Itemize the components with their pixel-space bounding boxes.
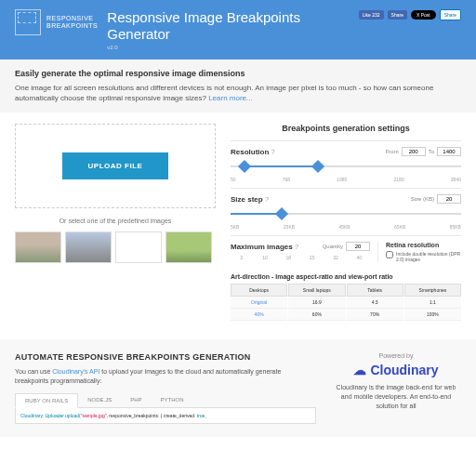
tab-php[interactable]: PHP: [121, 393, 151, 407]
maximages-setting: Maximum images? Quantity 31018253240 Ret…: [231, 235, 461, 268]
resolution-to-input[interactable]: [437, 147, 461, 156]
art-direction-title: Art-direction - Image aspect-ratio and v…: [231, 273, 461, 280]
resolution-ticks: 50768108021803840: [231, 177, 461, 182]
art-direction-table: Desktops Original 40% Small laptops 16:9…: [231, 284, 461, 321]
tab-nodejs[interactable]: NODE.JS: [78, 393, 121, 407]
predefined-image-2[interactable]: [65, 231, 112, 263]
sizestep-ticks: 5KB25KB45KB65KB85KB: [231, 224, 461, 230]
logo-icon: [15, 9, 41, 35]
resolution-label: Resolution: [231, 148, 269, 156]
main-content: UPLOAD FILE Or select one of the predefi…: [0, 112, 476, 332]
settings-panel: Breakpoints generation settings Resoluti…: [231, 124, 461, 321]
upload-panel: UPLOAD FILE Or select one of the predefi…: [15, 124, 216, 321]
predefined-thumbs: [15, 231, 216, 263]
help-icon[interactable]: ?: [265, 195, 269, 204]
x-post-button[interactable]: X Post: [411, 10, 436, 20]
code-block: Cloudinary::Uploader.upload("sample.jpg"…: [15, 408, 316, 424]
automate-section: AUTOMATE RESPONSIVE BREAKPOINTS GENERATI…: [0, 339, 476, 437]
predefined-image-1[interactable]: [15, 231, 61, 263]
fb-like-button[interactable]: Like 232: [359, 10, 384, 20]
resolution-from-input[interactable]: [402, 147, 426, 156]
header: RESPONSIVE BREAKPOINTS Responsive Image …: [0, 0, 476, 60]
predefined-label: Or select one of the predefined images: [15, 218, 216, 224]
tab-python[interactable]: PYTHON: [152, 393, 193, 407]
linkedin-share-button[interactable]: Share: [440, 9, 461, 20]
sizestep-slider[interactable]: [231, 207, 461, 220]
intro-text: One image for all screen resolutions and…: [15, 83, 461, 103]
version: v2.0: [107, 45, 349, 50]
maximages-ticks: 31018253240: [231, 255, 370, 260]
help-icon[interactable]: ?: [271, 148, 274, 156]
logo[interactable]: RESPONSIVE BREAKPOINTS: [15, 9, 98, 35]
upload-dropzone[interactable]: UPLOAD FILE: [15, 124, 216, 208]
retina-label: Include double resolution (DPR 2.0) imag…: [396, 251, 461, 262]
cloudinary-desc: Cloudinary is the image back-end for web…: [331, 383, 461, 410]
powered-by-label: Powered by: [331, 352, 461, 359]
resolution-slider[interactable]: [231, 160, 461, 173]
sizestep-label: Size step: [231, 195, 263, 204]
tab-ruby[interactable]: RUBY ON RAILS: [15, 393, 78, 408]
sizestep-input[interactable]: [437, 194, 461, 204]
automate-text: You can use Cloudinary's API to upload y…: [15, 367, 316, 386]
logo-text: RESPONSIVE BREAKPOINTS: [46, 15, 98, 29]
api-link[interactable]: Cloudinary's API: [52, 368, 99, 375]
resolution-setting: Resolution? From To 50768108021803840: [231, 140, 461, 188]
learn-more-link[interactable]: Learn more...: [208, 94, 253, 102]
fb-share-button[interactable]: Share: [388, 10, 407, 20]
maximages-label: Maximum images: [231, 243, 293, 251]
intro-section: Easily generate the optimal responsive i…: [0, 60, 476, 112]
help-icon[interactable]: ?: [295, 243, 298, 251]
title-block: Responsive Image Breakpoints Generator v…: [107, 9, 349, 50]
upload-button[interactable]: UPLOAD FILE: [62, 152, 169, 179]
maximages-input[interactable]: [346, 242, 370, 251]
retina-title: Retina resolution: [386, 242, 461, 248]
retina-checkbox[interactable]: [386, 251, 393, 258]
code-tabs: RUBY ON RAILS NODE.JS PHP PYTHON: [15, 393, 316, 408]
art-col-head[interactable]: Desktops: [231, 284, 287, 297]
art-col-head[interactable]: Small laptops: [288, 284, 345, 297]
page-title: Responsive Image Breakpoints Generator: [107, 9, 349, 43]
cloudinary-logo[interactable]: ☁ Cloudinary: [331, 363, 461, 377]
sizestep-setting: Size step? Size (KB) 5KB25KB45KB65KB85KB: [231, 188, 461, 235]
settings-title: Breakpoints generation settings: [231, 124, 461, 133]
art-col-head[interactable]: Smartphones: [404, 284, 461, 297]
automate-title: AUTOMATE RESPONSIVE BREAKPOINTS GENERATI…: [15, 352, 316, 362]
predefined-image-3[interactable]: [115, 231, 162, 263]
cloudinary-panel: Powered by ☁ Cloudinary Cloudinary is th…: [331, 352, 461, 424]
intro-title: Easily generate the optimal responsive i…: [15, 69, 461, 78]
predefined-image-4[interactable]: [165, 231, 212, 263]
art-col-head[interactable]: Tablets: [347, 284, 403, 297]
social-buttons: Like 232 Share X Post Share: [359, 9, 461, 20]
